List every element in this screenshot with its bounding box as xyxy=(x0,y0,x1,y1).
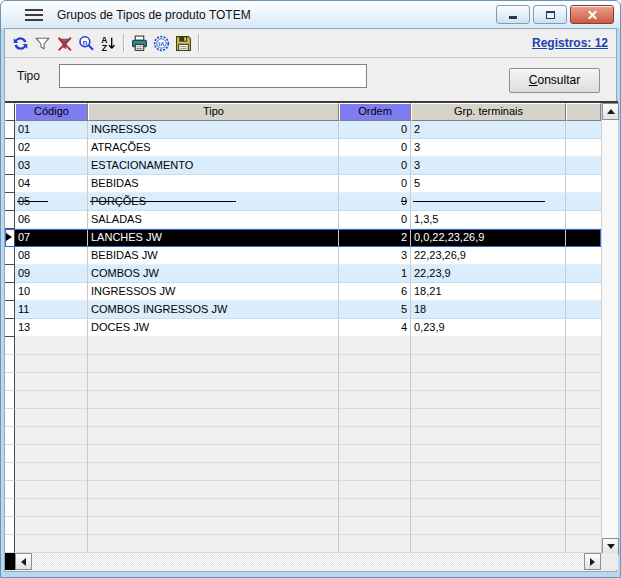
cell-grp-terminais[interactable]: 22,23,9 xyxy=(411,265,566,283)
table-row[interactable] xyxy=(5,337,601,355)
cell-codigo[interactable] xyxy=(15,445,88,463)
titlebar[interactable]: Grupos de Tipos de produto TOTEM xyxy=(1,1,620,28)
scroll-left-button[interactable] xyxy=(15,553,32,570)
cell-grp-terminais[interactable] xyxy=(411,391,566,409)
cell-ordem[interactable]: 6 xyxy=(339,283,411,301)
cell-ordem[interactable]: 0 xyxy=(339,121,411,139)
cell-ordem[interactable] xyxy=(339,391,411,409)
cell-codigo[interactable] xyxy=(15,499,88,517)
header-tipo[interactable]: Tipo xyxy=(88,103,339,121)
cell-codigo[interactable]: 13 xyxy=(15,319,88,337)
cell-ordem[interactable]: 2 xyxy=(339,229,411,247)
print-button[interactable] xyxy=(128,32,150,54)
cell-grp-terminais[interactable]: 3 xyxy=(411,139,566,157)
table-row[interactable] xyxy=(5,445,601,463)
tipo-input[interactable] xyxy=(59,64,367,88)
cell-ordem[interactable]: 5 xyxy=(339,301,411,319)
cell-grp-terminais[interactable] xyxy=(411,427,566,445)
cell-tipo[interactable]: INGRESSOS JW xyxy=(88,283,339,301)
cell-codigo[interactable] xyxy=(15,409,88,427)
cell-grp-terminais[interactable] xyxy=(411,409,566,427)
cell-codigo[interactable]: 11 xyxy=(15,301,88,319)
cell-ordem[interactable] xyxy=(339,409,411,427)
table-row[interactable] xyxy=(5,373,601,391)
cell-codigo[interactable] xyxy=(15,481,88,499)
cell-ordem[interactable]: 1 xyxy=(339,265,411,283)
cell-ordem[interactable]: 0 xyxy=(339,139,411,157)
horizontal-scrollbar[interactable] xyxy=(5,553,618,570)
cell-grp-terminais[interactable] xyxy=(411,337,566,355)
table-row[interactable] xyxy=(5,391,601,409)
registros-link[interactable]: Registros: 12 xyxy=(532,36,608,50)
minimize-button[interactable] xyxy=(496,5,530,24)
cell-grp-terminais[interactable] xyxy=(411,445,566,463)
table-row[interactable]: 10 INGRESSOS JW 6 18,21 xyxy=(5,283,601,301)
clear-filter-button[interactable] xyxy=(53,32,75,54)
cell-grp-terminais[interactable]: 18 xyxy=(411,301,566,319)
save-button[interactable] xyxy=(172,32,194,54)
table-row[interactable]: 06 SALADAS 0 1,3,5 xyxy=(5,211,601,229)
header-ordem[interactable]: Ordem xyxy=(339,103,411,121)
cell-grp-terminais[interactable] xyxy=(411,355,566,373)
cell-ordem[interactable] xyxy=(339,445,411,463)
cell-codigo[interactable]: 06 xyxy=(15,211,88,229)
cell-ordem[interactable] xyxy=(339,355,411,373)
cell-grp-terminais[interactable]: 0,0,22,23,26,9 xyxy=(411,229,566,247)
table-row[interactable]: 13 DOCES JW 4 0,23,9 xyxy=(5,319,601,337)
stamp-ia-button[interactable]: IA xyxy=(150,32,172,54)
cell-tipo[interactable] xyxy=(88,427,339,445)
cell-grp-terminais[interactable]: 0,23,9 xyxy=(411,319,566,337)
cell-tipo[interactable]: COMBOS JW xyxy=(88,265,339,283)
consultar-button[interactable]: Consultar xyxy=(509,68,600,93)
table-row[interactable] xyxy=(5,409,601,427)
cell-tipo[interactable] xyxy=(88,355,339,373)
cell-codigo[interactable]: 03 xyxy=(15,157,88,175)
cell-ordem[interactable] xyxy=(339,535,411,553)
cell-tipo[interactable] xyxy=(88,391,339,409)
cell-codigo[interactable]: 10 xyxy=(15,283,88,301)
cell-tipo[interactable] xyxy=(88,535,339,553)
cell-grp-terminais[interactable]: 2 xyxy=(411,121,566,139)
table-row[interactable] xyxy=(5,535,601,553)
cell-tipo[interactable]: BEBIDAS JW xyxy=(88,247,339,265)
vertical-scrollbar[interactable] xyxy=(601,103,618,555)
cell-ordem[interactable] xyxy=(339,517,411,535)
cell-ordem[interactable]: 0 xyxy=(339,157,411,175)
cell-ordem[interactable] xyxy=(339,337,411,355)
table-row[interactable] xyxy=(5,499,601,517)
cell-ordem[interactable]: 0 xyxy=(339,211,411,229)
hscroll-track[interactable] xyxy=(32,553,584,570)
cell-grp-terminais[interactable] xyxy=(411,481,566,499)
cell-grp-terminais[interactable]: 1,3,5 xyxy=(411,211,566,229)
table-row[interactable]: 07 LANCHES JW 2 0,0,22,23,26,9 xyxy=(5,229,601,247)
table-row[interactable] xyxy=(5,427,601,445)
cell-tipo[interactable]: ATRAÇÕES xyxy=(88,139,339,157)
table-row[interactable]: 02 ATRAÇÕES 0 3 xyxy=(5,139,601,157)
header-grp-terminais[interactable]: Grp. terminais xyxy=(411,103,566,121)
cell-tipo[interactable]: PORÇÕES xyxy=(88,193,339,211)
cell-grp-terminais[interactable] xyxy=(411,517,566,535)
table-row[interactable]: 01 INGRESSOS 0 2 xyxy=(5,121,601,139)
cell-codigo[interactable]: 04 xyxy=(15,175,88,193)
table-row[interactable]: 04 BEBIDAS 0 5 xyxy=(5,175,601,193)
cell-tipo[interactable] xyxy=(88,409,339,427)
cell-ordem[interactable]: 9 xyxy=(339,193,411,211)
cell-ordem[interactable] xyxy=(339,481,411,499)
close-button[interactable] xyxy=(570,5,614,24)
table-row[interactable] xyxy=(5,463,601,481)
cell-ordem[interactable] xyxy=(339,499,411,517)
maximize-button[interactable] xyxy=(533,5,567,24)
cell-codigo[interactable] xyxy=(15,391,88,409)
header-codigo[interactable]: Código xyxy=(15,103,88,121)
cell-grp-terminais[interactable] xyxy=(411,535,566,553)
cell-codigo[interactable]: 01 xyxy=(15,121,88,139)
cell-ordem[interactable]: 0 xyxy=(339,175,411,193)
table-row[interactable]: 11 COMBOS INGRESSOS JW 5 18 xyxy=(5,301,601,319)
cell-tipo[interactable]: ESTACIONAMENTO xyxy=(88,157,339,175)
filter-button[interactable] xyxy=(31,32,53,54)
table-row[interactable] xyxy=(5,517,601,535)
cell-tipo[interactable] xyxy=(88,517,339,535)
find-button[interactable]: n xyxy=(75,32,97,54)
cell-codigo[interactable] xyxy=(15,463,88,481)
cell-codigo[interactable] xyxy=(15,337,88,355)
